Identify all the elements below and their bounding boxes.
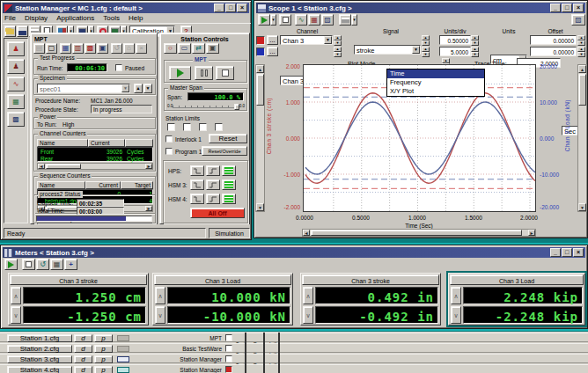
chevron-down-icon[interactable]: ▼: [324, 36, 332, 44]
run-dropdown-icon[interactable]: ▾: [270, 14, 276, 26]
scroll-right-icon[interactable]: ►: [145, 164, 152, 169]
maximize-icon[interactable]: □: [562, 4, 572, 12]
scroll-left-icon[interactable]: ◄: [303, 230, 310, 236]
chevron-down-icon[interactable]: ▼: [412, 46, 420, 54]
all-off-button[interactable]: All Off: [190, 208, 245, 218]
column-header-target[interactable]: Target: [121, 181, 153, 189]
mpt-open-icon[interactable]: ▤: [33, 43, 45, 54]
meters-run-button[interactable]: [4, 259, 18, 270]
display-button[interactable]: d: [74, 334, 92, 342]
reset-override-button[interactable]: Reset/Override: [202, 146, 247, 156]
procedure-button[interactable]: p: [94, 345, 113, 353]
meter-max-arrow-icon[interactable]: ∧: [303, 287, 313, 304]
scope-titlebar[interactable]: Scope 1 < Station 3.cfg > _ □ ×: [256, 3, 585, 13]
meter-max-arrow-icon[interactable]: ∧: [451, 287, 461, 304]
option-frequency[interactable]: Frequency: [387, 78, 484, 87]
hsm4-high-button[interactable]: [222, 194, 236, 204]
station-setup-icon[interactable]: ♟: [7, 41, 25, 56]
run-button[interactable]: [169, 66, 191, 80]
specimen-down-icon[interactable]: ▼: [143, 84, 152, 93]
scope-stop-button[interactable]: [279, 14, 291, 26]
hold-button[interactable]: [195, 66, 213, 80]
panel-icon[interactable]: ▭: [178, 43, 191, 54]
channel-counters-list[interactable]: Front 39026 Cycles Rear 39026 Cycles: [37, 147, 153, 162]
scrollbar-thumb[interactable]: [578, 74, 586, 106]
option-xy-plot[interactable]: X/Y Plot: [387, 87, 484, 96]
menu-file[interactable]: File: [4, 14, 16, 23]
channel-select[interactable]: Chan 3▼: [280, 35, 333, 45]
specimen-up-icon[interactable]: ▲: [134, 84, 143, 93]
procedure-button[interactable]: p: [94, 366, 113, 373]
scroll-right-icon[interactable]: ►: [528, 230, 535, 236]
procedure-button[interactable]: p: [94, 355, 113, 363]
minimize-icon[interactable]: _: [550, 248, 561, 257]
station-checkbox[interactable]: [225, 334, 232, 341]
mpt-parameters-icon[interactable]: ▥: [72, 43, 84, 54]
browse-button[interactable]: ...: [267, 47, 278, 56]
offset-spinner[interactable]: ▲▼: [577, 47, 585, 56]
scroll-up-icon[interactable]: ▲: [256, 65, 264, 73]
scroll-down-icon[interactable]: ▼: [256, 203, 264, 211]
hps-off-button[interactable]: [190, 165, 204, 176]
print-dropdown-icon[interactable]: ▾: [351, 14, 357, 26]
slider-thumb[interactable]: [234, 104, 239, 110]
units-div-field[interactable]: 0.50000: [439, 35, 471, 45]
manual-command-icon[interactable]: ♟: [7, 59, 25, 74]
display-button[interactable]: d: [74, 366, 92, 373]
hsm4-low-button[interactable]: [206, 194, 220, 204]
paused-checkbox[interactable]: [115, 64, 122, 71]
meters-reset-icon[interactable]: ↺: [36, 259, 49, 270]
station-checkbox[interactable]: [225, 345, 232, 352]
hsm4-off-button[interactable]: [190, 194, 204, 204]
stop-button[interactable]: [216, 66, 234, 80]
mpt-new-icon[interactable]: ▢: [46, 43, 57, 54]
units-div-spinner[interactable]: ▲▼: [471, 35, 479, 45]
display-button[interactable]: d: [74, 345, 92, 353]
mpt-close-icon[interactable]: ×: [136, 43, 147, 54]
units-div-field[interactable]: 5.0000: [439, 47, 471, 56]
minimize-icon[interactable]: _: [550, 4, 561, 12]
horizontal-scrollbar[interactable]: ◄ ►: [302, 229, 536, 237]
chevron-down-icon[interactable]: ▼: [121, 84, 129, 92]
scope-snapshot-icon[interactable]: ▨: [321, 14, 334, 26]
vertical-scrollbar-right[interactable]: ▲ ▼: [577, 64, 587, 212]
meter-title[interactable]: Chan 3 Load: [450, 274, 584, 285]
station-config-button[interactable]: Station 3.cfg: [7, 355, 72, 363]
save-icon[interactable]: [17, 26, 28, 37]
span-slider[interactable]: 0.0 100.0: [167, 104, 245, 110]
mpt-undo-icon[interactable]: ↺: [111, 43, 122, 54]
menu-help[interactable]: Help: [129, 14, 143, 23]
vertical-scrollbar-left[interactable]: ▲ ▼: [255, 64, 265, 212]
mpt-lock-icon[interactable]: ⌂: [123, 43, 135, 54]
meter-min-arrow-icon[interactable]: ∨: [11, 306, 21, 324]
meter-max-arrow-icon[interactable]: ∧: [155, 287, 165, 304]
column-header-current[interactable]: Current: [85, 181, 121, 189]
station-config-button[interactable]: Station 4.cfg: [7, 366, 72, 373]
meter-title[interactable]: Chan 3 Load: [154, 274, 291, 285]
scope-edit-icon[interactable]: ∿: [295, 14, 307, 26]
signal-select[interactable]: stroke▼: [354, 45, 421, 55]
hsm3-off-button[interactable]: [190, 179, 204, 190]
hsm3-high-button[interactable]: [222, 179, 236, 190]
scope-export-icon[interactable]: ▨: [571, 14, 585, 26]
column-header-name[interactable]: Name: [37, 181, 85, 189]
signal-spinner[interactable]: ▲▼: [422, 35, 430, 45]
detectors-icon[interactable]: ▩: [7, 112, 25, 127]
hps-high-button[interactable]: [222, 165, 236, 176]
browse-button[interactable]: ...: [267, 35, 278, 45]
display-button[interactable]: d: [74, 355, 92, 363]
menu-applications[interactable]: Applications: [56, 14, 94, 23]
scrollbar-thumb[interactable]: [256, 74, 264, 106]
station-config-button[interactable]: Station 2.cfg: [7, 345, 72, 353]
print-icon[interactable]: [339, 14, 351, 26]
meters-stop-button[interactable]: [22, 259, 35, 270]
meter-min-arrow-icon[interactable]: ∨: [155, 306, 165, 324]
add-meter-icon[interactable]: +: [64, 259, 77, 270]
scrollbar-thumb[interactable]: [311, 230, 522, 236]
scope-signals-icon[interactable]: ▦: [308, 14, 320, 26]
exit-icon[interactable]: ▣: [206, 43, 219, 54]
meter-min-arrow-icon[interactable]: ∨: [451, 306, 461, 324]
meter-title[interactable]: Chan 3 stroke: [10, 274, 147, 285]
mpt-procedure-icon[interactable]: ▦: [60, 43, 71, 54]
meter-min-arrow-icon[interactable]: ∨: [303, 306, 313, 324]
